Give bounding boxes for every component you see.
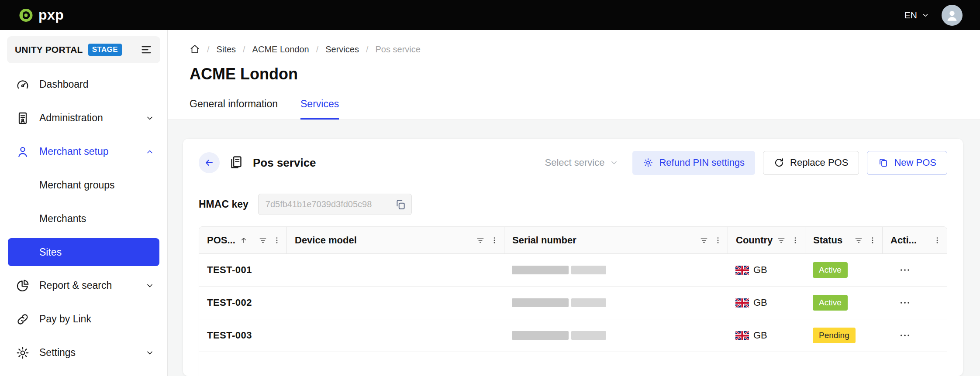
column-label: Acti...	[890, 235, 917, 246]
column-header-country[interactable]: Country	[728, 227, 805, 253]
hmac-key-field[interactable]: 7d5fb41b1e7039d3fd05c98	[258, 194, 412, 215]
table-row[interactable]: TEST-001 GB Active	[199, 254, 947, 287]
sidebar-item-merchant-groups[interactable]: Merchant groups	[0, 168, 167, 202]
hmac-key-label: HMAC key	[199, 198, 248, 210]
sidebar-item-label: Settings	[39, 347, 76, 359]
sidebar-item-merchant-setup[interactable]: Merchant setup	[0, 135, 167, 168]
sidebar-item-settings[interactable]: Settings	[0, 336, 167, 369]
pos-device-icon	[878, 157, 888, 168]
table-header: POS...	[199, 227, 947, 254]
sidebar-item-label: Merchant groups	[39, 179, 115, 191]
sort-asc-icon[interactable]	[240, 236, 248, 244]
breadcrumb: / Sites / ACME London / Services / Pos s…	[190, 44, 980, 55]
gear-icon	[643, 157, 653, 168]
page-title: ACME London	[190, 65, 980, 83]
logo-text: pxp	[38, 7, 64, 23]
column-menu-icon[interactable]	[868, 236, 877, 245]
table-row[interactable]: TEST-002 GB Active	[199, 287, 947, 319]
new-pos-label: New POS	[894, 157, 936, 168]
breadcrumb-separator: /	[207, 44, 210, 55]
language-selector[interactable]: EN	[904, 10, 929, 21]
gb-flag-icon	[735, 331, 749, 340]
pos-table: POS...	[199, 226, 947, 376]
pos-id: TEST-001	[207, 264, 252, 276]
report-search-icon	[16, 279, 30, 293]
page-header: / Sites / ACME London / Services / Pos s…	[168, 30, 980, 120]
sidebar-item-label: Sites	[39, 246, 62, 258]
gb-flag-icon	[735, 298, 749, 308]
filter-icon[interactable]	[259, 236, 267, 245]
serial-number-redacted	[512, 266, 606, 274]
column-header-actions[interactable]: Acti...	[882, 227, 947, 253]
sidebar-collapse-icon[interactable]	[140, 44, 152, 56]
column-label: Serial number	[512, 235, 576, 246]
tab-services[interactable]: Services	[300, 98, 339, 120]
panel-title: Pos service	[253, 156, 316, 170]
breadcrumb-acme-london[interactable]: ACME London	[252, 44, 309, 55]
column-menu-icon[interactable]	[273, 236, 281, 245]
column-menu-icon[interactable]	[791, 236, 800, 245]
sidebar-item-label: Pay by Link	[39, 313, 91, 325]
country-code: GB	[753, 264, 767, 276]
link-icon	[16, 312, 30, 326]
new-pos-button[interactable]: New POS	[867, 151, 947, 175]
refund-pin-settings-button[interactable]: Refund PIN settings	[632, 151, 755, 175]
sidebar-item-label: Merchants	[39, 213, 86, 225]
back-button[interactable]	[199, 152, 220, 173]
filter-icon[interactable]	[854, 236, 863, 245]
topbar: pxp EN	[0, 0, 980, 30]
filter-icon[interactable]	[476, 236, 485, 245]
breadcrumb-services[interactable]: Services	[325, 44, 359, 55]
sidebar-item-dashboard[interactable]: Dashboard	[0, 68, 167, 101]
column-header-device-model[interactable]: Device model	[286, 227, 504, 253]
sidebar-item-pay-by-link[interactable]: Pay by Link	[0, 302, 167, 336]
column-menu-icon[interactable]	[933, 236, 942, 245]
user-avatar[interactable]	[942, 5, 963, 26]
tab-general-information[interactable]: General information	[190, 98, 278, 120]
table-row-partial	[199, 352, 947, 376]
filter-icon[interactable]	[700, 236, 708, 245]
column-header-serial-number[interactable]: Serial number	[504, 227, 728, 253]
column-label: Status	[813, 235, 842, 246]
sidebar-item-administration[interactable]: Administration	[0, 101, 167, 135]
merchant-setup-icon	[16, 145, 30, 159]
replace-pos-button[interactable]: Replace POS	[763, 151, 859, 175]
sidebar-item-report-search[interactable]: Report & search	[0, 269, 167, 302]
country-code: GB	[753, 330, 767, 341]
dashboard-icon	[16, 78, 30, 92]
copy-icon[interactable]	[395, 199, 406, 210]
sidebar-header: UNITY PORTAL STAGE	[7, 36, 160, 63]
row-actions-menu-icon[interactable]	[890, 329, 911, 342]
stage-badge: STAGE	[88, 44, 122, 56]
refresh-icon	[774, 157, 784, 168]
sidebar-item-label: Merchant setup	[39, 146, 109, 157]
refund-pin-settings-label: Refund PIN settings	[659, 157, 745, 168]
breadcrumb-sites[interactable]: Sites	[217, 44, 236, 55]
column-menu-icon[interactable]	[714, 236, 722, 245]
select-service-dropdown[interactable]: Select service	[545, 157, 618, 168]
gb-flag-icon	[735, 266, 749, 275]
serial-number-redacted	[512, 298, 606, 307]
column-menu-icon[interactable]	[490, 236, 499, 245]
administration-icon	[16, 111, 30, 125]
sidebar-item-sites[interactable]: Sites	[8, 238, 159, 266]
row-actions-menu-icon[interactable]	[890, 264, 911, 276]
sidebar: UNITY PORTAL STAGE Dashboard Administrat…	[0, 30, 168, 376]
sidebar-item-label: Administration	[39, 112, 103, 124]
status-badge: Active	[813, 295, 848, 311]
sidebar-item-merchants[interactable]: Merchants	[0, 202, 167, 236]
column-header-pos[interactable]: POS...	[199, 227, 286, 253]
column-label: Device model	[295, 235, 357, 246]
tabs: General information Services	[190, 98, 980, 120]
row-actions-menu-icon[interactable]	[890, 297, 911, 309]
panel-header: Pos service Select service	[199, 149, 947, 176]
filter-icon[interactable]	[777, 236, 786, 245]
pos-service-panel: Pos service Select service	[183, 139, 963, 376]
column-header-status[interactable]: Status	[805, 227, 882, 253]
table-row[interactable]: TEST-003 GB Pending	[199, 319, 947, 352]
column-label: Country	[736, 235, 773, 246]
breadcrumb-separator: /	[316, 44, 319, 55]
main-area: / Sites / ACME London / Services / Pos s…	[168, 30, 980, 376]
home-icon[interactable]	[190, 44, 200, 55]
breadcrumb-separator: /	[243, 44, 245, 55]
